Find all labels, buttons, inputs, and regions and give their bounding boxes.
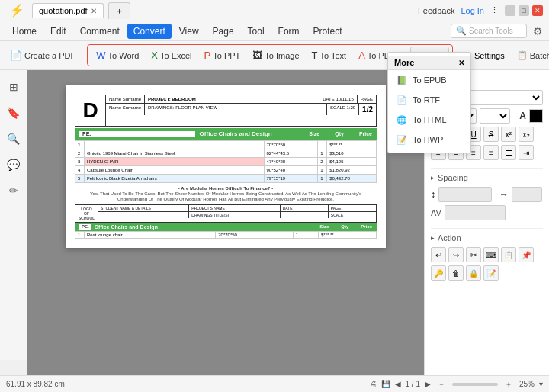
maximize-button[interactable]: □ <box>518 5 529 16</box>
pdf-table2-green-header: PE. Office Chairs and Design Size Qty Pr… <box>75 223 377 231</box>
zoom-level: 25% <box>519 380 535 388</box>
prev-page-button[interactable]: ◀ <box>395 380 401 388</box>
zoom-dropdown-button[interactable]: ▾ <box>539 380 543 388</box>
menu-protect[interactable]: Protect <box>307 24 348 39</box>
close-button[interactable]: ✕ <box>532 5 543 16</box>
action-btn-1[interactable]: ↩ <box>431 247 446 262</box>
project-cell: PROJECT: BEDROOM <box>145 95 319 103</box>
hwp-icon: 📝 <box>396 133 408 146</box>
pdfa-icon: A <box>358 50 365 61</box>
menu-edit[interactable]: Edit <box>44 24 72 39</box>
menu-comment[interactable]: Comment <box>74 24 126 39</box>
dropdown-item-epub[interactable]: 📗 To EPUB <box>388 70 470 90</box>
to-word-button[interactable]: W To Word <box>91 47 144 64</box>
pdf-mini-table: 1 Rest lounge chair 70*70*50 1 $***.** <box>75 231 377 239</box>
print-icon[interactable]: 🖨 <box>369 380 377 388</box>
pdf-text-section: - Are Modular Homes Difficult To Finance… <box>75 186 377 201</box>
login-link[interactable]: Log In <box>461 6 484 15</box>
to-ppt-button[interactable]: P To PPT <box>199 47 246 64</box>
menu-view[interactable]: View <box>173 24 205 39</box>
create-pdf-icon: 📄 <box>10 50 22 61</box>
action-btn-6[interactable]: 📌 <box>518 247 534 262</box>
dropdown-item-hwp[interactable]: 📝 To HWP <box>388 130 470 149</box>
more-dropdown: More ✕ 📗 To EPUB 📄 To RTF 🌐 To HTML 📝 To… <box>387 52 471 153</box>
to-text-button[interactable]: T To Text <box>307 47 352 64</box>
pdf-header: D Name Surname PROJECT: BEDROOM DATE 10/… <box>75 95 377 127</box>
sidebar-edit-icon[interactable]: ✏ <box>3 180 24 201</box>
zoom-slider[interactable] <box>452 383 498 386</box>
create-pdf-button[interactable]: 📄 Create a PDF <box>5 47 81 64</box>
feedback-link[interactable]: Feedback <box>418 6 454 15</box>
text-color-label: A <box>519 111 526 121</box>
name-surname: Name Surname <box>106 104 145 115</box>
action-btn-7[interactable]: 🔑 <box>431 265 446 281</box>
to-excel-button[interactable]: X To Excel <box>146 47 197 64</box>
dropdown-item-rtf[interactable]: 📄 To RTF <box>388 90 470 110</box>
pdf-logo: D <box>75 95 106 126</box>
tab-close-icon[interactable]: ✕ <box>91 7 97 15</box>
minimize-button[interactable]: ─ <box>505 5 515 16</box>
pdf-table2-header: LOGO OF SCHOOL STUDENT NAME & DETAILS PR… <box>75 204 377 223</box>
epub-icon: 📗 <box>396 74 408 86</box>
batch-icon: 📋 <box>517 50 528 60</box>
title-bar-left: ⚡ quotation.pdf ✕ ＋ <box>6 0 130 21</box>
document-tab[interactable]: quotation.pdf ✕ <box>32 3 104 18</box>
table-row: 5 Felt Iconic Black Bizetia Armchairs 79… <box>75 175 377 183</box>
pdf-table-header: PE. Office Chairs and Design Size Qty Pr… <box>75 128 377 140</box>
page-indicator: 1 / 1 <box>406 380 420 388</box>
table-row: 1 70*70*50 $***.** <box>75 141 377 149</box>
char-spacing-icon: ↔ <box>499 189 509 200</box>
menu-convert[interactable]: Convert <box>127 24 172 39</box>
spacing-row-1: ↕ ↔ <box>431 187 543 202</box>
sidebar-search-icon[interactable]: 🔍 <box>3 128 24 149</box>
menu-home[interactable]: Home <box>6 24 43 39</box>
sidebar-thumb-icon[interactable]: ⊞ <box>3 76 24 98</box>
save-icon[interactable]: 💾 <box>381 380 390 388</box>
char-spacing-input[interactable] <box>512 187 542 202</box>
menu-tool[interactable]: Tool <box>242 24 271 39</box>
action-btn-8[interactable]: 🗑 <box>448 265 464 281</box>
action-btn-3[interactable]: ✂ <box>466 247 481 262</box>
list-button[interactable]: ☰ <box>501 145 516 160</box>
search-icon: 🔍 <box>456 26 467 36</box>
scale-cell: SCALE 1:20 <box>327 104 359 115</box>
sidebar-bookmark-icon[interactable]: 🔖 <box>3 102 24 124</box>
dropdown-close-icon[interactable]: ✕ <box>458 59 464 67</box>
action-btn-2[interactable]: ↪ <box>448 247 464 262</box>
subscript-button[interactable]: x₂ <box>518 127 534 142</box>
indent-button[interactable]: ⇥ <box>518 145 534 160</box>
search-box[interactable]: 🔍 Search Tools <box>451 24 527 38</box>
pdf-header-row-2: Name Surname DRAWINGS: FLOOR PLAN VIEW S… <box>106 104 376 115</box>
sidebar-comment-icon[interactable]: 💬 <box>3 154 24 175</box>
batch-pr-button[interactable]: 📋 Batch Pr... <box>512 47 549 63</box>
av-spacing-input[interactable] <box>445 205 506 220</box>
to-image-button[interactable]: 🖼 To Image <box>247 47 304 64</box>
menu-page[interactable]: Page <box>207 24 240 39</box>
align-justify-button[interactable]: ≡ <box>483 145 499 160</box>
panel-divider-2 <box>431 228 543 229</box>
new-tab-btn[interactable]: ＋ <box>108 2 130 19</box>
main-content-area: D Name Surname PROJECT: BEDROOM DATE 10/… <box>27 70 424 387</box>
action-btn-9[interactable]: 🔒 <box>466 265 481 281</box>
zoom-in-button[interactable]: ＋ <box>502 379 515 390</box>
action-btn-10[interactable]: 📝 <box>483 265 499 281</box>
action-btn-5[interactable]: 📋 <box>501 247 516 262</box>
toolbar-settings-icon[interactable]: ⚙ <box>533 25 543 37</box>
font-size-select[interactable] <box>480 108 510 124</box>
line-spacing-input[interactable] <box>438 187 492 202</box>
menu-icon[interactable]: ⋮ <box>490 5 499 15</box>
dropdown-header: More ✕ <box>388 56 470 70</box>
strikethrough-button[interactable]: S <box>483 127 499 142</box>
action-buttons-row2: 🔑 🗑 🔒 📝 <box>431 265 543 281</box>
page-label: PAGE <box>358 95 376 103</box>
text-icon: T <box>312 50 318 61</box>
superscript-button[interactable]: x² <box>501 127 516 142</box>
action-btn-4[interactable]: ⌨ <box>483 247 499 262</box>
zoom-out-button[interactable]: － <box>435 379 448 390</box>
dropdown-item-html[interactable]: 🌐 To HTML <box>388 110 470 130</box>
table-row: 3 HYDEN CHAIR 47*40*28 2 $4,125 <box>75 158 377 166</box>
next-page-button[interactable]: ▶ <box>425 380 431 388</box>
date-cell: DATE 10/11/15 <box>319 95 358 103</box>
menu-form[interactable]: Form <box>272 24 306 39</box>
text-color-swatch[interactable] <box>529 109 543 123</box>
